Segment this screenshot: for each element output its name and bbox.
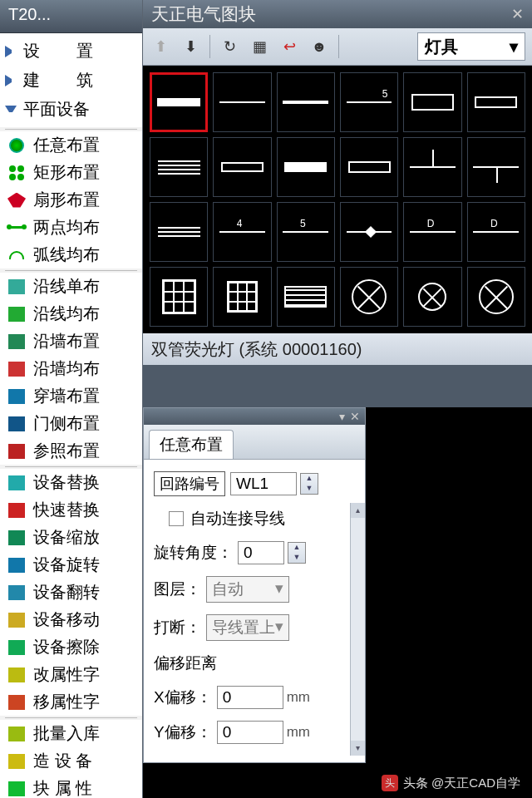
menu-move-attr[interactable]: 移属性字	[0, 688, 142, 716]
rotate-spinner[interactable]: ▲▼	[288, 542, 306, 564]
quick-replace-icon	[5, 500, 28, 520]
swap-icon[interactable]: ↩	[278, 36, 300, 57]
fan-icon	[5, 190, 28, 210]
rotate-icon	[5, 555, 28, 575]
symbol-cell-3[interactable]	[277, 72, 335, 132]
row-autowire: 自动连接导线	[154, 508, 355, 530]
properties-panel: ▾ ✕ 任意布置 回路编号 WL1 ▲▼ 自动连接导线 旋转角度： 0 ▲▼ 图…	[143, 407, 366, 763]
layer-dropdown[interactable]: 自动	[206, 576, 289, 603]
menu-device-flip[interactable]: 设备翻转	[0, 579, 142, 606]
refresh-icon[interactable]: ↻	[219, 36, 240, 57]
menu-quick-replace[interactable]: 快速替换	[0, 496, 142, 524]
row-circuit: 回路编号 WL1 ▲▼	[154, 471, 355, 496]
up-arrow-icon[interactable]: ⬆	[150, 36, 171, 57]
symbol-cell-19[interactable]	[150, 267, 208, 327]
down-arrow-icon[interactable]: ⬇	[180, 36, 201, 57]
symbol-cell-18[interactable]: D	[467, 202, 525, 262]
symbol-cell-22[interactable]	[340, 267, 398, 327]
menu-device-scale[interactable]: 设备缩放	[0, 524, 142, 551]
symbol-cell-24[interactable]	[467, 267, 525, 327]
props-scrollbar[interactable]	[350, 503, 365, 756]
menu-arc-dist[interactable]: 弧线均布	[0, 241, 142, 268]
symbol-cell-12[interactable]	[467, 137, 525, 197]
symbol-cell-8[interactable]	[213, 137, 271, 197]
symbol-cell-15[interactable]: 5	[277, 202, 335, 262]
menu-along-wall-dist[interactable]: 沿墙均布	[0, 355, 142, 382]
chevron-right-icon	[5, 75, 17, 86]
symbol-cell-10[interactable]	[340, 137, 398, 197]
menu-device-rotate[interactable]: 设备旋转	[0, 551, 142, 579]
category-dropdown[interactable]: 灯具	[417, 32, 525, 61]
menu-through-wall[interactable]: 穿墙布置	[0, 382, 142, 410]
placement-icon	[5, 135, 28, 155]
break-label: 打断：	[154, 617, 201, 638]
menu-along-line-dist[interactable]: 沿线均布	[0, 300, 142, 328]
menu-along-line-single[interactable]: 沿线单布	[0, 273, 142, 300]
circuit-spinner[interactable]: ▲▼	[300, 473, 318, 495]
symbol-cell-11[interactable]	[403, 137, 461, 197]
xoffset-label: X偏移：	[154, 687, 212, 708]
menu-along-wall[interactable]: 沿墙布置	[0, 328, 142, 355]
symbol-cell-14[interactable]: 4	[213, 202, 271, 262]
menu-make-device[interactable]: 造 设 备	[0, 747, 142, 775]
grid-color-icon[interactable]: ▦	[249, 36, 270, 57]
menu-door-side[interactable]: 门侧布置	[0, 410, 142, 437]
menu-group-4: 批量入库 造 设 备 块 属 性	[0, 720, 142, 798]
menu-change-attr[interactable]: 改属性字	[0, 661, 142, 688]
move-icon	[5, 610, 28, 630]
symbol-cell-17[interactable]: D	[403, 202, 461, 262]
close-icon[interactable]: ✕	[511, 5, 524, 23]
break-dropdown[interactable]: 导线置上	[206, 614, 289, 641]
tab-any-place[interactable]: 任意布置	[149, 430, 234, 459]
tree-item-plan-device[interactable]: 平面设备	[0, 95, 142, 124]
circuit-input[interactable]: WL1	[230, 472, 297, 495]
close-icon[interactable]: ✕	[350, 410, 360, 423]
symbol-cell-5[interactable]	[403, 72, 461, 132]
arc-icon	[5, 245, 28, 265]
props-titlebar: ▾ ✕	[144, 408, 365, 425]
two-point-icon	[5, 218, 28, 238]
symbol-cell-16[interactable]	[340, 202, 398, 262]
symbol-cell-1[interactable]	[150, 72, 208, 132]
separator	[338, 35, 339, 58]
menu-device-erase[interactable]: 设备擦除	[0, 633, 142, 661]
symbol-cell-23[interactable]	[403, 267, 461, 327]
menu-reference[interactable]: 参照布置	[0, 437, 142, 465]
pin-icon[interactable]: ▾	[339, 410, 345, 423]
rotate-label: 旋转角度：	[154, 542, 233, 564]
palette-toolbar: ⬆ ⬇ ↻ ▦ ↩ ☻ 灯具	[143, 28, 532, 66]
symbol-cell-4[interactable]: 5	[340, 72, 398, 132]
reference-icon	[5, 441, 28, 461]
symbol-cell-9[interactable]	[277, 137, 335, 197]
palette-title-bar: 天正电气图块 ✕	[143, 0, 532, 28]
menu-batch-import[interactable]: 批量入库	[0, 720, 142, 747]
symbol-cell-2[interactable]	[213, 72, 271, 132]
line-dist-icon	[5, 304, 28, 324]
menu-rect-place[interactable]: 矩形布置	[0, 159, 142, 186]
face-icon[interactable]: ☻	[308, 36, 330, 57]
menu-two-point[interactable]: 两点均布	[0, 214, 142, 241]
drawing-workspace[interactable]	[366, 407, 532, 798]
menu-device-replace[interactable]: 设备替换	[0, 469, 142, 496]
sidebar-title: T20...	[0, 0, 142, 33]
tree: 设 置 建 筑 平面设备	[0, 33, 142, 127]
menu-fan-place[interactable]: 扇形布置	[0, 186, 142, 214]
symbol-cell-20[interactable]	[213, 267, 271, 327]
menu-any-place[interactable]: 任意布置	[0, 131, 142, 159]
unit-mm: mm	[287, 724, 310, 741]
symbol-cell-21[interactable]	[277, 267, 335, 327]
symbol-grid: 5 4 5 D D	[143, 66, 532, 333]
yoffset-input[interactable]: 0	[217, 721, 283, 744]
symbol-cell-13[interactable]	[150, 202, 208, 262]
circuit-label[interactable]: 回路编号	[154, 471, 225, 496]
tree-item-settings[interactable]: 设 置	[0, 37, 142, 66]
menu-block-attr[interactable]: 块 属 性	[0, 775, 142, 798]
symbol-cell-6[interactable]	[467, 72, 525, 132]
menu-device-move[interactable]: 设备移动	[0, 606, 142, 633]
xoffset-input[interactable]: 0	[217, 686, 283, 709]
autowire-checkbox[interactable]	[169, 511, 184, 526]
palette-title: 天正电气图块	[151, 2, 256, 26]
tree-item-arch[interactable]: 建 筑	[0, 66, 142, 95]
rotate-input[interactable]: 0	[238, 541, 284, 564]
symbol-cell-7[interactable]	[150, 137, 208, 197]
